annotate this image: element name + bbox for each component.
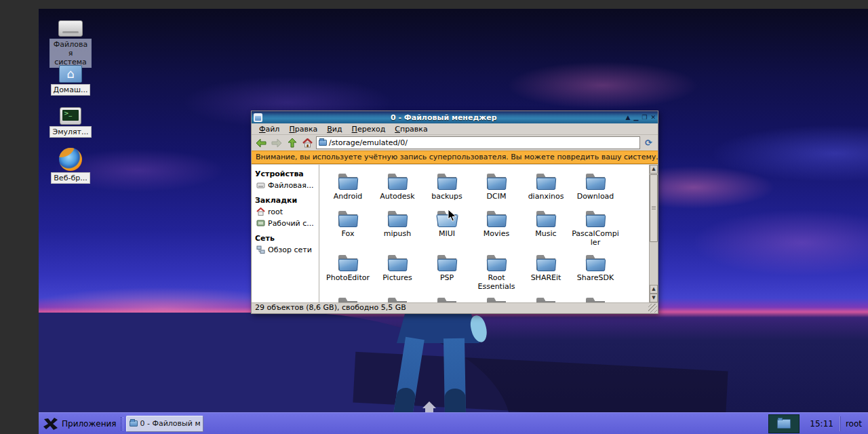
file-item[interactable]: Android [323,174,372,201]
sidebar-item-root[interactable]: root [252,206,319,218]
desktop-icon-label: Веб-бр... [51,172,90,184]
sidebar-item-network[interactable]: Обзор сети [252,244,319,256]
refresh-icon: ⟳ [645,138,652,148]
path-input[interactable]: /storage/emulated/0/ [316,136,640,149]
arrow-right-icon [271,138,282,148]
folder-icon [130,420,138,427]
folder-icon [387,174,408,191]
file-item[interactable]: DCIM [472,174,521,201]
file-item[interactable]: Fox [323,211,372,238]
home-button[interactable] [300,136,315,150]
window-title: 0 - Файловый менеджер [264,113,623,122]
sidebar-item-desktop[interactable]: Рабочий с... [252,218,319,229]
file-item[interactable]: Autodesk [373,174,422,201]
taskbar: Приложения 0 - Файловый м... 15:11 root [39,412,868,434]
close-button[interactable]: ✕ [650,113,656,122]
file-icon-view[interactable]: Android Autodesk backups DCIM dianxinos … [319,165,649,302]
desktop-icon-label: Файловая система [50,39,92,68]
statusbar: 29 объектов (8,6 GB), свободно 5,5 GB [252,302,658,313]
desktop-icon [256,219,265,228]
folder-icon [387,211,408,228]
folder-icon [585,211,606,228]
hidden-panel-arrow[interactable] [419,401,439,412]
up-button[interactable] [285,136,299,150]
shade-button[interactable]: ▲ [626,113,631,122]
back-button[interactable] [254,136,268,150]
mouse-cursor [448,209,456,222]
folder-icon [436,174,458,191]
toolbar: /storage/emulated/0/ ⟳ [252,135,658,151]
scroll-up-button[interactable]: ▲ [650,165,658,174]
file-item[interactable]: Download [571,174,620,201]
scrollbar-thumb[interactable] [650,174,658,242]
file-item[interactable]: Pictures [373,255,422,282]
scroll-up-button-2[interactable]: ▲ [650,285,658,294]
terminal-icon [60,107,81,125]
forward-button[interactable] [269,136,283,150]
reload-button[interactable]: ⟳ [642,136,656,150]
folder-icon [337,255,359,272]
file-item-partial[interactable] [521,298,570,302]
file-item[interactable]: PSP [422,255,471,282]
workspace-switcher[interactable] [768,414,800,433]
home-icon [256,208,265,216]
arrow-up-icon [288,138,297,148]
file-item[interactable]: PascalCompiler [571,211,620,247]
desktop-icon-browser[interactable]: Веб-бр... [47,148,94,184]
file-item[interactable]: Music [521,211,570,238]
file-item[interactable]: backups [422,174,471,201]
file-item-partial[interactable] [571,298,620,302]
file-item-partial[interactable] [422,298,471,302]
desktop-icon-filesystem[interactable]: Файловая система [47,20,94,68]
side-pane: Устройства Файловая... Закладки root Раб… [252,165,319,302]
sidebar-header-network: Сеть [252,232,319,244]
applications-menu-icon[interactable] [43,417,59,431]
superuser-warning-banner: Внимание, вы используете учётную запись … [252,151,658,164]
drive-icon [256,181,265,190]
file-item[interactable]: ShareSDK [571,255,620,282]
resize-grip[interactable] [648,304,657,313]
user-label: root [846,419,862,429]
file-item[interactable]: SHAREit [521,255,570,282]
file-item[interactable]: Root Essentials [472,255,521,291]
menu-file[interactable]: Файл [254,124,284,134]
menu-view[interactable]: Вид [322,124,347,134]
file-item[interactable]: PhotoEditor [323,255,372,282]
vertical-scrollbar[interactable]: ▲ ▲ ▼ [649,165,658,302]
file-item-partial[interactable] [472,298,521,302]
titlebar[interactable]: 0 - Файловый менеджер ▲ ▁ ❐ ✕ [252,111,658,123]
applications-menu[interactable]: Приложения [62,419,117,429]
file-item-partial[interactable] [373,298,422,302]
folder-icon [337,211,359,228]
desktop-icon-terminal[interactable]: Эмулят... [47,107,94,138]
folder-icon [486,255,507,272]
file-item-partial[interactable] [323,298,372,302]
home-icon [302,138,313,148]
menubar: Файл Правка Вид Переход Справка [252,123,658,135]
desktop-icon-label: Эмулят... [50,126,91,138]
menu-edit[interactable]: Правка [284,124,322,134]
minimize-button[interactable]: ▁ [633,113,638,122]
file-item[interactable]: mipush [373,211,422,238]
clock: 15:11 [810,419,833,429]
harddrive-icon [58,20,83,37]
window-icon [254,113,262,122]
file-item-hover[interactable]: MIUI [422,211,471,238]
task-button-file-manager[interactable]: 0 - Файловый м... [126,416,203,432]
desktop-icon-home[interactable]: Домаш... [47,65,94,96]
panel-handle[interactable] [121,417,123,431]
folder-icon [337,174,359,191]
menu-help[interactable]: Справка [390,124,432,134]
folder-icon [585,174,606,191]
folder-icon [585,255,606,272]
desktop-icon-label: Домаш... [51,84,91,96]
scroll-down-button[interactable]: ▼ [650,294,658,302]
menu-go[interactable]: Переход [347,124,391,134]
file-item[interactable]: Movies [472,211,521,238]
file-item[interactable]: dianxinos [521,174,570,201]
maximize-button[interactable]: ❐ [642,113,647,122]
folder-icon [486,174,507,191]
network-icon [256,245,265,254]
sidebar-item-filesystem[interactable]: Файловая... [252,180,319,191]
sidebar-header-devices: Устройства [252,167,319,180]
